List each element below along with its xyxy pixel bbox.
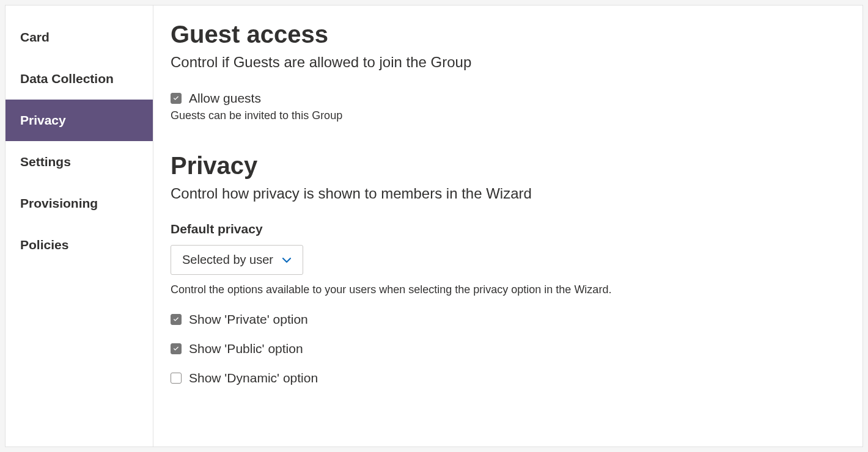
allow-guests-helper: Guests can be invited to this Group: [171, 109, 843, 122]
sidebar-item-settings[interactable]: Settings: [6, 141, 153, 183]
app-frame: Card Data Collection Privacy Settings Pr…: [5, 5, 863, 447]
privacy-title: Privacy: [171, 151, 843, 180]
guest-access-title: Guest access: [171, 20, 843, 48]
check-icon: [172, 316, 180, 323]
privacy-subtitle: Control how privacy is shown to members …: [171, 183, 843, 204]
sidebar-item-card[interactable]: Card: [6, 16, 153, 58]
sidebar-item-policies[interactable]: Policies: [6, 224, 153, 266]
show-dynamic-row: Show 'Dynamic' option: [171, 371, 843, 385]
show-private-label[interactable]: Show 'Private' option: [189, 312, 308, 327]
sidebar-item-provisioning[interactable]: Provisioning: [6, 183, 153, 224]
guest-access-subtitle: Control if Guests are allowed to join th…: [171, 52, 843, 73]
content-panel: Guest access Control if Guests are allow…: [153, 5, 862, 447]
allow-guests-label[interactable]: Allow guests: [189, 91, 261, 106]
section-guest-access: Guest access Control if Guests are allow…: [171, 20, 843, 122]
show-dynamic-checkbox[interactable]: [171, 373, 182, 384]
default-privacy-select[interactable]: Selected by user: [171, 245, 303, 275]
check-icon: [172, 95, 180, 102]
show-public-checkbox[interactable]: [171, 343, 182, 354]
allow-guests-checkbox[interactable]: [171, 93, 182, 104]
sidebar: Card Data Collection Privacy Settings Pr…: [6, 5, 153, 447]
allow-guests-row: Allow guests: [171, 91, 843, 106]
sidebar-item-privacy[interactable]: Privacy: [6, 100, 153, 141]
show-private-checkbox[interactable]: [171, 314, 182, 325]
default-privacy-label: Default privacy: [171, 222, 843, 236]
section-privacy: Privacy Control how privacy is shown to …: [171, 151, 843, 386]
chevron-down-icon: [282, 255, 292, 265]
show-private-row: Show 'Private' option: [171, 312, 843, 327]
show-dynamic-label[interactable]: Show 'Dynamic' option: [189, 371, 318, 385]
default-privacy-value: Selected by user: [182, 253, 273, 267]
check-icon: [172, 345, 180, 352]
show-public-label[interactable]: Show 'Public' option: [189, 341, 303, 356]
show-public-row: Show 'Public' option: [171, 341, 843, 356]
privacy-options-helper: Control the options available to your us…: [171, 283, 843, 296]
sidebar-item-data-collection[interactable]: Data Collection: [6, 58, 153, 100]
